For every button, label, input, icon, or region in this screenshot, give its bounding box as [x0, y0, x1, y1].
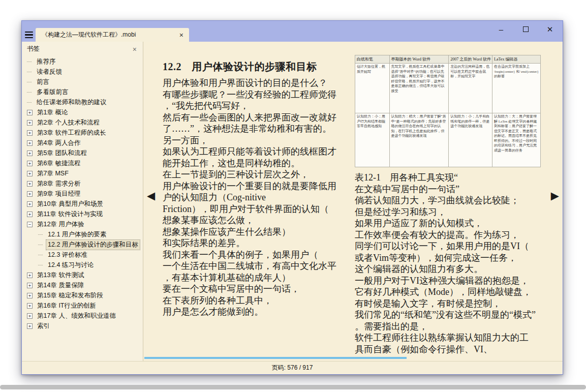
bookmark-item[interactable]: +第10章 典型用户和场景 — [27, 199, 143, 209]
bookmark-item[interactable]: +第17章 人、绩效和职业道德 — [27, 311, 143, 321]
reading-canvas[interactable]: ◀ ▶ 12.2 用户体验设计的步骤和目标 用户体验和用户界面设计的目的是什么？… — [143, 42, 563, 361]
bookmark-label: 第2章 个人技术和流程 — [36, 118, 101, 128]
table-cell: 估计大致位置，然后开始写 — [355, 64, 390, 113]
bookmark-item[interactable]: +第9章 项目经理 — [27, 189, 143, 199]
progress-bar[interactable] — [144, 357, 562, 359]
progress-fill — [144, 357, 407, 359]
prev-page-arrow[interactable]: ◀ — [147, 190, 155, 201]
tab-close-icon[interactable]: × — [178, 32, 185, 39]
sidebar-close-icon[interactable]: × — [133, 46, 137, 53]
tools-comparison-table: 白纸和笔早期版本的 Word 软件2007 之后的 Word 软件LaTex 编… — [355, 55, 541, 167]
bookmark-item[interactable]: 给任课老师和助教的建议 — [27, 97, 143, 107]
text-line: ，“我先把代码写好， — [163, 100, 356, 112]
expand-icon[interactable]: + — [27, 201, 33, 207]
text-line: 这个编辑器的认知阻力有多大。 — [355, 263, 552, 275]
bookmark-item[interactable]: 推荐序 — [27, 56, 143, 67]
text-line: 一个生活在中国二线城市，有高中文化水平 — [163, 260, 356, 272]
bookmark-item[interactable]: +第7章 MSF — [27, 168, 143, 178]
expand-icon[interactable]: + — [27, 171, 33, 176]
table-caption: 表12-1 用各种工具实现“在文稿中写居中的一句话” — [355, 172, 552, 195]
bookmark-item[interactable]: +第13章 软件测试 — [27, 270, 143, 280]
expand-icon[interactable]: + — [27, 313, 33, 319]
expand-icon[interactable]: + — [27, 283, 33, 288]
text-line: 我们常见的“纸和笔”没有这些不明显的“模式” — [355, 309, 552, 321]
collapse-icon[interactable]: − — [27, 222, 33, 227]
window-controls: – ✕ — [497, 25, 554, 33]
taskbar-strip[interactable] — [0, 385, 586, 389]
maximize-button[interactable] — [521, 25, 530, 33]
menu-icon[interactable] — [22, 28, 36, 42]
document-tab[interactable]: 《构建之法—现代软件工程》.mobi × — [36, 28, 189, 42]
bookmark-item[interactable]: +第2章 个人技术和流程 — [27, 117, 143, 128]
bookmark-item[interactable]: +第11章 软件设计与实现 — [27, 209, 143, 219]
table-cell: 认知阻力：小；几乎和白纸和笔的操作一样，但是这个功能比较难发现 — [449, 113, 492, 167]
bookmark-item[interactable]: 前言 — [27, 77, 143, 87]
text-line: 能开始工作，这也是同样幼稚的。 — [163, 158, 356, 169]
menu-bar — [25, 37, 33, 39]
tree-connector — [38, 245, 43, 245]
bookmark-item[interactable]: −第12章 用户体验 — [27, 219, 143, 229]
table-cell: 在合适的文字前后加上 \begin{center} 和 \end{center}… — [492, 64, 541, 113]
expand-icon[interactable]: + — [27, 140, 33, 146]
bookmark-item[interactable]: 12.2 用户体验设计的步骤和目标 — [27, 239, 143, 250]
tree-connector — [27, 102, 32, 103]
table-header-cell: 白纸和笔 — [355, 55, 390, 64]
text-line: 我们来看一个具体的例子，如果用户（ — [163, 249, 356, 261]
bookmark-item[interactable]: 12.3 评价标准 — [27, 250, 143, 260]
right-page-lines: 倘若认知阻力大，学习曲线就会比较陡；但是经过学习和练习，如果用户适应了新的认知模… — [355, 195, 552, 355]
text-line: 倘若认知阻力大，学习曲线就会比较陡； — [355, 195, 552, 206]
table-row: 认知阻力：小；用户行为和结果都能非常自然地感知认知阻力：稍大；用户需要了解“居中… — [355, 113, 541, 167]
expand-icon[interactable]: + — [27, 150, 33, 156]
table-header-cell: 2007 之后的 Word 软件 — [449, 55, 492, 64]
bookmark-label: 第14章 质量保障 — [36, 281, 85, 290]
expand-icon[interactable]: + — [27, 191, 33, 197]
bookmark-item[interactable]: 多看版前言 — [27, 87, 143, 97]
expand-icon[interactable]: + — [27, 130, 33, 136]
bookmark-label: 第5章 团队和流程 — [36, 148, 88, 158]
bookmark-label: 第12章 用户体验 — [36, 220, 85, 229]
bookmark-item[interactable]: +第5章 团队和流程 — [27, 148, 143, 158]
expand-icon[interactable]: + — [27, 120, 33, 126]
text-line: 用户体验设计的一个重要目的就是要降低用 — [163, 180, 356, 192]
bookmark-item[interactable]: +第1章 概论 — [27, 107, 143, 117]
minimize-button[interactable]: – — [497, 25, 506, 33]
expand-icon[interactable]: + — [27, 161, 33, 166]
bookmark-label: 给任课老师和助教的建议 — [35, 98, 108, 107]
next-page-arrow[interactable]: ▶ — [551, 190, 559, 201]
text-line: 然后有一些会画图的人来把界面改一改就好 — [163, 112, 356, 124]
titlebar[interactable]: 《构建之法—现代软件工程》.mobi × – ✕ — [22, 21, 563, 42]
bookmark-label: 第9章 项目经理 — [36, 189, 82, 199]
bookmark-item[interactable]: 12.1 用户体验的要素 — [27, 229, 143, 239]
close-button[interactable]: ✕ — [545, 25, 554, 33]
bookmark-item[interactable]: +第15章 稳定和发布阶段 — [27, 290, 143, 300]
expand-icon[interactable]: + — [27, 273, 33, 278]
bookmark-item[interactable]: +索引 — [27, 321, 143, 331]
text-line: 有哪些步骤呢？一些没有经验的工程师觉得 — [163, 89, 356, 101]
bookmark-item[interactable]: +第4章 两人合作 — [27, 138, 143, 148]
bookmark-item[interactable]: +第14章 质量保障 — [27, 280, 143, 290]
bookmark-item[interactable]: +第8章 需求分析 — [27, 178, 143, 189]
bookmark-item[interactable]: +第16章 IT行业的创新 — [27, 300, 143, 311]
caption-line: 表12-1 用各种工具实现“ — [355, 172, 552, 184]
table-header-row: 白纸和笔早期版本的 Word 软件2007 之后的 Word 软件LaTex 编… — [355, 55, 541, 64]
expand-icon[interactable]: + — [27, 181, 33, 187]
bookmark-label: 第15章 稳定和发布阶段 — [36, 291, 105, 300]
expand-icon[interactable]: + — [27, 303, 33, 309]
bookmark-item[interactable]: 读者反馈 — [27, 67, 143, 77]
main-area: 书签 × 推荐序读者反馈前言多看版前言给任课老师和助教的建议+第1章 概论+第2… — [22, 42, 563, 361]
expand-icon[interactable]: + — [27, 323, 33, 329]
bookmark-label: 第13章 软件测试 — [36, 270, 85, 280]
sidebar-header: 书签 × — [22, 42, 143, 55]
bookmark-item[interactable]: +第6章 敏捷流程 — [27, 158, 143, 168]
expand-icon[interactable]: + — [27, 293, 33, 298]
expand-icon[interactable]: + — [27, 212, 33, 217]
bookmark-item[interactable]: 12.4 练习与讨论 — [27, 260, 143, 270]
table-header-cell: LaTex 编辑器 — [492, 55, 541, 64]
bookmark-label: 12.2 用户体验设计的步骤和目标 — [46, 240, 140, 250]
expand-icon[interactable]: + — [27, 110, 33, 115]
maximize-icon — [523, 26, 529, 32]
bookmark-label: 12.3 评价标准 — [46, 250, 89, 260]
text-line: ，有基本计算机基础的成年人） — [163, 272, 356, 284]
bookmark-item[interactable]: +第3章 软件工程师的成长 — [27, 128, 143, 138]
menu-bar — [25, 32, 33, 33]
